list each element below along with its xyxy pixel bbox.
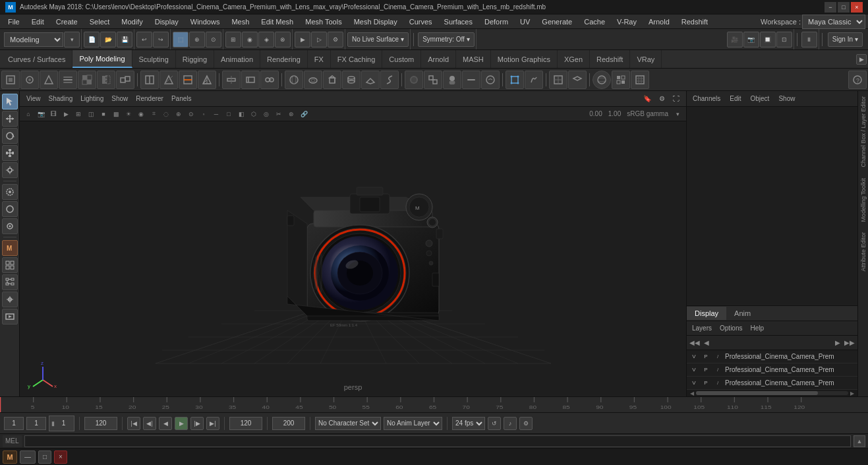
timeline-bar[interactable]: 5 10 15 20 25 30 35 40 45 50 5 xyxy=(0,396,868,412)
checker-display-btn[interactable] xyxy=(612,71,630,89)
range-end-input[interactable] xyxy=(84,417,117,430)
modelling-toolkit-edge-tab[interactable]: Modelling Toolkit xyxy=(859,173,868,227)
normal-sphere-btn[interactable] xyxy=(593,71,611,89)
paint-select-tool[interactable] xyxy=(2,218,18,234)
tab-curves-surfaces[interactable]: Curves / Surfaces xyxy=(1,50,72,68)
vp-crease-btn[interactable]: ⌗ xyxy=(148,108,159,120)
signin-btn[interactable]: Sign In ▾ xyxy=(828,32,863,47)
scale-tool[interactable] xyxy=(2,145,18,161)
step-back-btn[interactable]: ◀| xyxy=(143,417,156,430)
channels-tab-btn[interactable]: Channels xyxy=(691,95,722,102)
camera3-btn[interactable]: 🔲 xyxy=(760,32,776,47)
no-charset-dropdown[interactable]: No Character Set xyxy=(315,417,381,430)
range-display-input[interactable] xyxy=(229,417,262,430)
torus-btn[interactable] xyxy=(304,71,322,89)
tab-vray[interactable]: VRay xyxy=(630,50,662,68)
vp-solid-btn[interactable]: ■ xyxy=(98,108,109,120)
quick-layout-btn[interactable] xyxy=(2,257,18,273)
vp-menu-lighting[interactable]: Lighting xyxy=(78,95,106,102)
vp-menu-view[interactable]: View xyxy=(24,95,43,102)
open-file-btn[interactable]: 📂 xyxy=(100,32,116,47)
poly-merge-btn[interactable] xyxy=(20,71,39,89)
node-editor-btn[interactable] xyxy=(2,274,18,290)
anim-tab-btn[interactable]: Anim xyxy=(726,307,759,320)
vp-expand-icon[interactable]: ⛶ xyxy=(670,95,682,102)
menu-mesh[interactable]: Mesh xyxy=(226,16,254,27)
tab-mash[interactable]: MASH xyxy=(456,50,491,68)
relax-btn[interactable] xyxy=(481,71,500,89)
tab-fx[interactable]: FX xyxy=(308,50,331,68)
quad-draw-btn[interactable] xyxy=(506,71,524,89)
menu-edit-mesh[interactable]: Edit Mesh xyxy=(256,16,299,27)
checker-btn[interactable] xyxy=(78,71,96,89)
cut-faces-btn[interactable] xyxy=(179,71,197,89)
taskbar-restore-btn[interactable]: □ xyxy=(38,450,51,464)
layers-end-btn[interactable]: ▶▶ xyxy=(844,338,855,348)
help-layers-btn[interactable]: Help xyxy=(749,325,765,332)
vp-gamma-dropdown[interactable]: ▾ xyxy=(672,108,683,120)
menu-generate[interactable]: Generate xyxy=(536,16,577,27)
vp-menu-show[interactable]: Show xyxy=(109,95,130,102)
scroll-left-arrow[interactable]: ◀ xyxy=(688,389,696,396)
display-tab-btn[interactable]: Display xyxy=(687,307,726,320)
taskbar-minimize-btn[interactable]: — xyxy=(20,450,36,464)
vp-joint-btn[interactable]: ⊕ xyxy=(173,108,185,120)
close-button[interactable]: × xyxy=(851,2,863,13)
module-arrow-btn[interactable]: ▾ xyxy=(64,32,80,47)
vp-smooth-btn[interactable]: ◉ xyxy=(135,108,147,120)
vp-srgb-btn[interactable]: sRGB gamma xyxy=(624,108,671,120)
cmd-language-label[interactable]: MEL xyxy=(3,435,22,447)
vp-home-btn[interactable]: ⌂ xyxy=(22,108,34,120)
select-tool[interactable] xyxy=(2,94,18,109)
menu-mesh-display[interactable]: Mesh Display xyxy=(349,16,403,27)
vp-settings-icon[interactable]: ⚙ xyxy=(656,95,668,102)
menu-curves[interactable]: Curves xyxy=(404,16,438,27)
taskbar-close-btn[interactable]: × xyxy=(54,450,67,464)
render-settings-btn[interactable]: ⚙ xyxy=(328,32,343,47)
step-forward-btn[interactable]: |▶ xyxy=(190,417,204,430)
help-btn[interactable]: ? xyxy=(848,71,867,89)
viewport-canvas[interactable]: M xyxy=(20,121,686,396)
combine-btn[interactable] xyxy=(116,71,134,89)
cmd-history-btn[interactable]: ▲ xyxy=(854,435,865,447)
menu-create[interactable]: Create xyxy=(51,16,83,27)
menu-file[interactable]: File xyxy=(3,16,25,27)
loop-tools-btn[interactable] xyxy=(59,71,77,89)
vp-menu-panels[interactable]: Panels xyxy=(169,95,194,102)
insert-edge-loop-btn[interactable] xyxy=(140,71,159,89)
layer-row[interactable]: V P / Professional_Cinema_Camera_Prem xyxy=(687,350,857,363)
taskbar-maya-btn[interactable]: M xyxy=(3,450,17,464)
menu-vray[interactable]: V-Ray xyxy=(612,16,642,27)
uv-planar-btn[interactable] xyxy=(568,71,587,89)
tab-rendering[interactable]: Rendering xyxy=(260,50,308,68)
cylinder-btn[interactable] xyxy=(342,71,361,89)
start-frame-input[interactable] xyxy=(4,417,24,430)
select-tool-btn[interactable]: ⬚ xyxy=(173,32,188,47)
options-btn[interactable]: Options xyxy=(718,325,743,332)
move-tool[interactable] xyxy=(2,111,18,127)
undo-btn[interactable]: ↩ xyxy=(136,32,152,47)
save-file-btn[interactable]: 💾 xyxy=(117,32,132,47)
lasso-tool[interactable] xyxy=(2,201,18,217)
scroll-track[interactable] xyxy=(696,391,848,395)
layers-prev-btn[interactable]: ◀◀ xyxy=(689,338,700,348)
uv-editor-btn[interactable] xyxy=(549,71,567,89)
layers-next-btn[interactable]: ▶ xyxy=(832,338,843,348)
module-dropdown[interactable]: Modeling xyxy=(4,32,63,47)
ipr-btn[interactable]: ▷ xyxy=(311,32,327,47)
tab-animation[interactable]: Animation xyxy=(214,50,260,68)
vp-vertex-btn[interactable]: ◦ xyxy=(198,108,210,120)
vp-nurbscv-btn[interactable]: ⊙ xyxy=(185,108,197,120)
tab-redshift[interactable]: Redshift xyxy=(590,50,630,68)
layers-scrollbar[interactable]: ◀ ▶ xyxy=(687,390,857,396)
channel-box-edge-tab[interactable]: Channel Box / Layer Editor xyxy=(859,91,868,173)
mirror-btn[interactable] xyxy=(97,71,115,89)
menu-redshift[interactable]: Redshift xyxy=(676,16,713,27)
sculpt-btn[interactable] xyxy=(525,71,543,89)
workspace-select[interactable]: Maya Classic xyxy=(802,15,865,29)
flatten-btn[interactable] xyxy=(462,71,480,89)
tab-rigging[interactable]: Rigging xyxy=(176,50,214,68)
no-anim-layer-dropdown[interactable]: No Anim Layer xyxy=(384,417,442,430)
multi-cut-btn[interactable] xyxy=(222,71,241,89)
symmetry-dropdown[interactable]: Symmetry: Off ▾ xyxy=(418,32,475,47)
